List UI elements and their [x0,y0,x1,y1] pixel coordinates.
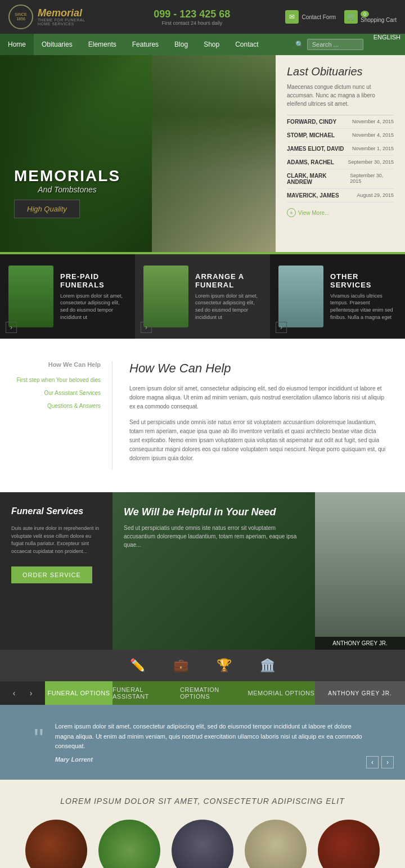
products-grid [8,820,397,868]
testimonial-next[interactable]: › [381,756,394,768]
help-main: How We Can Help Lorem ipsum dolor sit am… [112,361,405,470]
testimonial-prev[interactable]: ‹ [366,756,379,768]
product-grave-candle [315,820,382,868]
obit-name: James Eliot, David [287,146,344,152]
product-image-oak-coffin[interactable] [25,820,87,868]
tab-cremation-options[interactable]: Cremation Options [180,681,248,705]
service-other-desc: Vivamus iaculis ultrices tempus. Praesen… [330,293,397,321]
nav-home[interactable]: Home [0,34,34,55]
order-service-button[interactable]: ORDER SERVICE [11,566,92,583]
funeral-left: Funeral Services Duis aute irure dolor i… [0,492,112,650]
contact-form-label: Contact Form [302,14,336,20]
tab-memorial-options[interactable]: Memorial Options [248,681,315,705]
help-sidebar: How We Can Help First step when Your bel… [0,361,112,470]
briefcase-icon[interactable]: 💼 [173,658,188,673]
service-prepaid-title: PRE-PAID FUNERALS [60,272,127,289]
service-arrange-desc: Lorem ipsum dolor sit amet, consectetur … [195,293,262,321]
top-actions: ✉ Contact Form 🛒 0 Shopping Cart [285,10,397,24]
obituaries-panel: Last Obituaries Maecenas congue dictum n… [276,55,405,252]
obit-row: Stomp, Michael November 4, 2015 [287,129,394,142]
service-other: OTHER SERVICES Vivamus iaculis ultrices … [270,254,405,339]
obit-name: Forward, Cindy [287,119,336,125]
nav-blog[interactable]: Blog [166,34,196,55]
help-link-1[interactable]: First step when Your beloved dies [8,376,101,384]
product-urn [169,820,236,868]
testimonial-author: Mary Lorrent [55,756,371,763]
obit-date: September 30, 2015 [348,159,394,165]
product-image-casket-spray[interactable] [98,820,160,868]
person-name-tab: ANTHONY GREY JR. [315,681,405,705]
product-image-candle[interactable] [318,820,380,868]
nav-features[interactable]: Features [124,34,166,55]
service-arrow[interactable]: › [276,322,287,333]
service-prepaid-content: PRE-PAID FUNERALS Lorem ipsum dolor sit … [60,272,127,321]
funeral-person-image: ANTHONY GREY JR. [315,492,405,650]
products-section: Lorem ipsum dolor sit amet, consectetur … [0,780,405,868]
obit-row: Adams, Rachel September 30, 2015 [287,156,394,169]
edit-icon[interactable]: ✏️ [130,658,145,673]
service-arrange-image [143,266,188,327]
hero-image: MEMORIALS And Tombstones High Quality [0,55,276,252]
hero-section: MEMORIALS And Tombstones High Quality La… [0,55,405,252]
contact-info: 099 - 123 425 68 First contact 24 hours … [98,8,285,26]
service-other-content: OTHER SERVICES Vivamus iaculis ultrices … [330,272,397,321]
logo: SINCE 1856 Memorial THEME FOR FUNERAL HO… [8,5,98,29]
help-link-3[interactable]: Questions & Answers [8,402,101,410]
testimonial-section: " Lorem ipsum dolor sit amet, consectetu… [0,705,405,780]
view-more-link[interactable]: + View More... [287,208,394,217]
service-arrow[interactable]: › [141,322,152,333]
tab-next-arrow[interactable]: › [30,689,33,698]
trophy-icon[interactable]: 🏆 [217,658,232,673]
help-link-2[interactable]: Our Assistant Services [8,389,101,397]
obit-date: November 1, 2015 [352,146,394,152]
search-icon: 🔍 [295,41,304,48]
service-arrange: ARRANGE A FUNERAL Lorem ipsum dolor sit … [135,254,270,339]
language-selector[interactable]: ENGLISH [369,34,405,55]
cart-label: Shopping Cart [361,17,397,23]
funeral-center-desc: Sed ut perspiciatis unde omnis iste natu… [124,524,304,549]
quote-icon: " [34,725,44,753]
nav-obituaries[interactable]: Obituaries [34,34,80,55]
hero-button[interactable]: High Quality [14,200,80,218]
nav-contact[interactable]: Contact [227,34,266,55]
product-image-marble[interactable] [245,820,307,868]
tab-navigation: ‹ › [0,681,45,705]
building-icon[interactable]: 🏛️ [260,658,275,673]
tab-prev-arrow[interactable]: ‹ [13,689,16,698]
funeral-center-text: We Will be Helpful in Your Need Sed ut p… [112,492,315,563]
service-arrange-title: ARRANGE A FUNERAL [195,272,262,289]
icons-row: ✏️ 💼 🏆 🏛️ [0,650,405,681]
help-section: How We Can Help First step when Your bel… [0,339,405,492]
hero-title: MEMORIALS [14,167,120,185]
funeral-center-title: We Will be Helpful in Your Need [124,506,304,518]
email-icon: ✉ [285,10,299,24]
service-prepaid: PRE-PAID FUNERALS Lorem ipsum dolor sit … [0,254,135,339]
obit-date: August 29, 2015 [357,192,394,199]
funeral-dark-section: Funeral Services Duis aute irure dolor i… [0,492,405,650]
obituaries-title: Last Obituaries [287,65,394,78]
contact-form-link[interactable]: ✉ Contact Form [285,10,336,24]
nav-elements[interactable]: Elements [80,34,124,55]
phone-number: 099 - 123 425 68 [98,8,285,20]
logo-since: SINCE 1856 [15,12,26,21]
phone-subtitle: First contact 24 hours daily [98,20,285,26]
tab-funeral-options[interactable]: Funeral Options [45,681,112,705]
product-image-urn[interactable] [172,820,233,868]
help-para-2: Sed ut perspiciatis unde omnis iste natu… [129,418,388,463]
help-main-title: How We Can Help [129,361,388,376]
products-title: Lorem ipsum dolor sit amet, consectetur … [8,797,397,806]
product-casket-spray [96,820,163,868]
cart-link[interactable]: 🛒 0 Shopping Cart [344,10,397,24]
tab-funeral-assistant[interactable]: Funeral Assistant [112,681,180,705]
search-input[interactable] [307,39,363,50]
nav-shop[interactable]: Shop [196,34,227,55]
nav-search-area: 🔍 [290,34,369,55]
obit-name: Maverick, James [287,192,339,199]
logo-subtitle: THEME FOR FUNERAL HOME SERVICES [38,18,98,26]
obit-name: Clark, Mark Andrew [287,173,350,185]
service-arrange-content: ARRANGE A FUNERAL Lorem ipsum dolor sit … [195,272,262,321]
services-strip: PRE-PAID FUNERALS Lorem ipsum dolor sit … [0,254,405,339]
product-marble-memorial [242,820,309,868]
obit-row: James Eliot, David November 1, 2015 [287,142,394,156]
service-arrow[interactable]: › [6,322,17,333]
